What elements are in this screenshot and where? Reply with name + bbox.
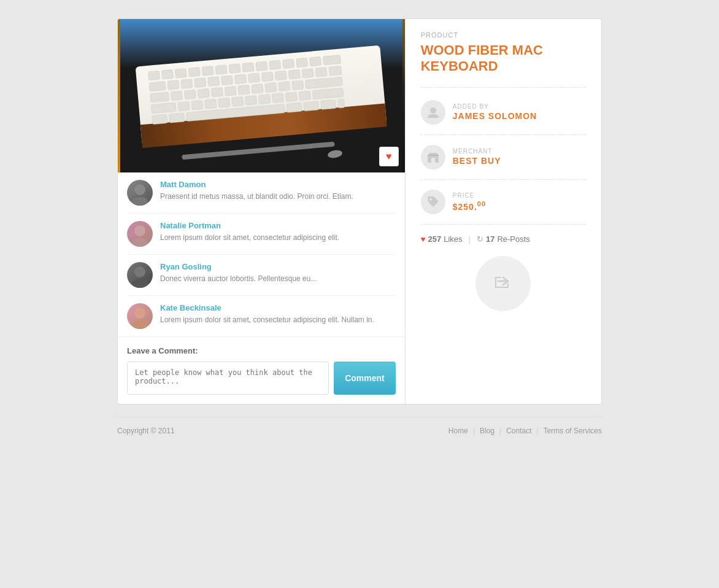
left-panel: ♥ Matt Damon Praesent id metus massa, ut… — [118, 19, 406, 404]
svg-rect-48 — [218, 98, 230, 108]
product-title: WOOD FIBER MAC KEYBOARD — [421, 42, 586, 88]
svg-rect-14 — [282, 59, 294, 69]
svg-rect-36 — [211, 87, 223, 97]
added-by-value: JAMES SOLOMON — [453, 111, 537, 121]
likes-stat: ♥ 257 Likes — [421, 234, 463, 244]
price-label: PRICE — [453, 192, 486, 199]
like-button[interactable]: ♥ — [379, 147, 399, 166]
store-svg — [426, 150, 440, 164]
avatar — [127, 180, 153, 206]
svg-rect-56 — [152, 115, 167, 125]
svg-rect-68 — [132, 238, 148, 247]
svg-rect-72 — [132, 320, 148, 329]
tag-icon — [421, 190, 445, 214]
divider — [421, 134, 586, 135]
svg-rect-21 — [194, 78, 206, 88]
svg-rect-53 — [285, 92, 297, 102]
svg-rect-15 — [296, 58, 307, 68]
svg-rect-16 — [309, 56, 321, 66]
svg-point-69 — [134, 266, 145, 277]
price-cents: 00 — [477, 200, 486, 207]
svg-rect-24 — [234, 74, 246, 84]
commenter-name: Kate Beckinsale — [160, 303, 374, 312]
comment-item: Matt Damon Praesent id metus massa, ut b… — [127, 172, 396, 214]
svg-rect-61 — [321, 99, 336, 109]
heart-icon: ♥ — [421, 234, 426, 244]
svg-rect-12 — [256, 61, 267, 71]
svg-rect-11 — [242, 63, 254, 72]
comment-content: Matt Damon Praesent id metus massa, ut b… — [160, 180, 353, 202]
svg-rect-54 — [299, 91, 310, 101]
svg-rect-20 — [181, 79, 193, 89]
svg-rect-10 — [229, 64, 240, 74]
svg-rect-18 — [149, 82, 166, 91]
user-icon — [421, 100, 445, 125]
copyright: Copyright © 2011 — [117, 427, 175, 435]
product-keyboard-svg — [120, 19, 402, 172]
svg-rect-45 — [178, 101, 190, 111]
share-button[interactable] — [475, 256, 531, 311]
right-panel: PRODUCT WOOD FIBER MAC KEYBOARD ADDED BY… — [406, 19, 601, 404]
footer-nav-home[interactable]: Home — [448, 427, 468, 435]
comment-button[interactable]: Comment — [334, 362, 396, 395]
svg-rect-40 — [265, 83, 277, 93]
commenter-name: Matt Damon — [160, 180, 353, 189]
svg-rect-17 — [323, 55, 340, 65]
svg-rect-66 — [132, 197, 148, 206]
footer-nav-terms[interactable]: Terms of Services — [544, 427, 602, 435]
footer-nav-contact[interactable]: Contact — [506, 427, 531, 435]
share-svg — [493, 271, 513, 291]
svg-point-71 — [134, 308, 145, 319]
svg-rect-51 — [258, 95, 270, 104]
merchant-content: MERCHANT BEST BUY — [453, 148, 501, 166]
svg-rect-6 — [175, 69, 186, 79]
tag-svg — [426, 195, 440, 209]
comment-text: Lorem ipsum dolor sit amet, consectetur … — [160, 232, 339, 243]
svg-rect-62 — [337, 99, 344, 108]
comment-input[interactable] — [127, 362, 329, 395]
store-icon — [421, 145, 445, 169]
svg-rect-9 — [215, 65, 227, 75]
comment-form-row: Comment — [127, 362, 396, 395]
comment-item: Kate Beckinsale Lorem ipsum dolor sit am… — [127, 296, 396, 336]
comment-form: Leave a Comment: Comment — [118, 337, 405, 404]
comments-list: Matt Damon Praesent id metus massa, ut b… — [118, 172, 405, 337]
svg-rect-46 — [191, 100, 203, 110]
price-content: PRICE $250.00 — [453, 192, 486, 212]
comment-item: Natalie Portman Lorem ipsum dolor sit am… — [127, 214, 396, 255]
avatar — [127, 221, 153, 247]
reposts-stat: ↻ 17 Re-Posts — [477, 234, 530, 244]
comment-text: Lorem ipsum dolor sit amet, consectetur … — [160, 314, 374, 325]
footer-separator: | — [499, 427, 501, 435]
svg-point-67 — [134, 225, 145, 236]
footer-nav-blog[interactable]: Blog — [480, 427, 494, 435]
footer: Copyright © 2011 Home | Blog | Contact |… — [117, 417, 602, 444]
person-svg — [426, 106, 440, 119]
svg-rect-5 — [161, 69, 173, 79]
price-section: PRICE $250.00 — [421, 190, 586, 214]
divider — [421, 179, 586, 180]
comment-content: Natalie Portman Lorem ipsum dolor sit am… — [160, 221, 339, 243]
svg-rect-49 — [232, 97, 244, 107]
svg-rect-38 — [238, 85, 250, 95]
svg-rect-30 — [315, 68, 327, 77]
divider — [421, 224, 586, 225]
commenter-name: Ryan Gosling — [160, 262, 317, 271]
product-label: PRODUCT — [421, 31, 586, 39]
svg-rect-37 — [225, 87, 236, 96]
comment-text: Praesent id metus massa, ut blandit odio… — [160, 191, 353, 202]
svg-rect-70 — [132, 279, 148, 288]
stats-row: ♥ 257 Likes | ↻ 17 Re-Posts — [421, 234, 586, 244]
separator: | — [469, 234, 471, 244]
heart-icon: ♥ — [386, 151, 392, 162]
comment-text: Donec viverra auctor lobortis. Pellentes… — [160, 273, 317, 284]
added-by-content: ADDED BY JAMES SOLOMON — [453, 103, 537, 121]
comment-content: Ryan Gosling Donec viverra auctor lobort… — [160, 262, 317, 284]
svg-rect-57 — [169, 113, 184, 123]
svg-rect-76 — [428, 155, 439, 156]
svg-rect-59 — [286, 103, 302, 112]
svg-point-65 — [134, 184, 145, 195]
svg-rect-25 — [248, 73, 260, 83]
reposts-label: Re-Posts — [497, 234, 529, 244]
merchant-section: MERCHANT BEST BUY — [421, 145, 586, 169]
